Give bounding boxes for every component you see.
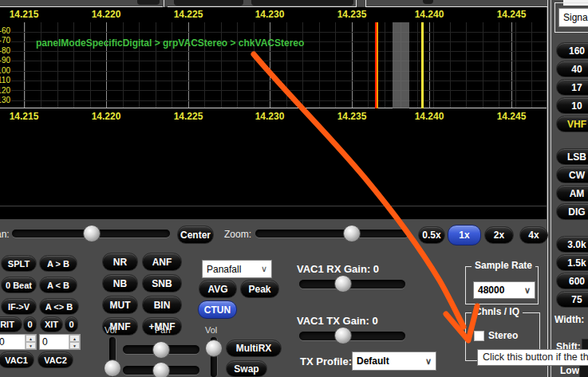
panel-divider [551, 0, 551, 377]
center-button[interactable]: Center [177, 226, 214, 244]
stereo-checkbox[interactable] [474, 331, 484, 341]
chevron-down-icon: ∨ [425, 356, 432, 367]
mode-lsb-button[interactable]: LSB [556, 148, 588, 165]
a-to-b-button[interactable]: A > B [39, 255, 77, 272]
pan1-slider-thumb[interactable] [152, 341, 170, 359]
mode-am-button[interactable]: AM [556, 185, 588, 202]
vac1-tx-gain-slider[interactable] [299, 332, 405, 340]
zoom-4x-button[interactable]: 4x [519, 226, 548, 244]
band-10-button[interactable]: 10 [556, 97, 588, 114]
panel-fragment [174, 0, 243, 6]
grid-line [11, 61, 547, 61]
grid-line [90, 22, 91, 108]
chevron-down-icon: ∨ [524, 285, 531, 296]
tx-profile-select[interactable]: Default ∨ [352, 351, 436, 371]
mute-button[interactable]: MUT [102, 296, 138, 314]
rx-filter-passband[interactable] [393, 22, 409, 108]
a-swap-b-button[interactable]: A <> B [39, 298, 79, 315]
vac1-rx-gain-slider-thumb[interactable] [334, 275, 352, 293]
panel-fragment [137, 0, 160, 5]
sdr-console-window: 14.215 14.220 14.225 14.230 14.235 14.24… [0, 0, 588, 377]
grid-line-major [24, 22, 25, 108]
filter-3k-button[interactable]: 3.0k [556, 236, 588, 253]
zoom-2x-button[interactable]: 2x [484, 226, 514, 244]
xit-button[interactable]: XIT [40, 316, 63, 332]
rit-button[interactable]: RIT [0, 316, 22, 332]
sample-rate-select[interactable]: 48000 ∨ [473, 281, 535, 299]
filter-1k5-button[interactable]: 1.5k [556, 254, 588, 271]
divider [365, 0, 366, 7]
filter-75-button[interactable]: 75 [556, 291, 588, 308]
anf-button[interactable]: ANF [142, 253, 182, 271]
swap-button[interactable]: Swap [226, 360, 267, 377]
spinner-up-icon[interactable]: ▲ [69, 335, 80, 342]
vac1-button[interactable]: VAC1 [0, 351, 34, 368]
zoom-0.5x-button[interactable]: 0.5x [418, 226, 445, 244]
band-vhf-button[interactable]: VHF [556, 116, 588, 132]
panel-fragment [251, 0, 353, 6]
panadapter-display[interactable]: 14.215 14.220 14.225 14.230 14.235 14.24… [0, 7, 547, 219]
if-to-vfo-button[interactable]: IF->V [1, 298, 37, 315]
zoom-1x-button[interactable]: 1x [448, 225, 481, 245]
vac1-rx-gain-slider[interactable] [299, 280, 405, 289]
xit-spinner-value: 0 [40, 335, 69, 349]
vol2-slider-thumb[interactable] [205, 340, 223, 357]
display-mode-select[interactable]: Panafall ∨ [202, 260, 272, 278]
grid-line [11, 32, 547, 33]
pan2-slider-thumb[interactable] [152, 362, 170, 377]
grid-line [368, 22, 369, 108]
display-pan-slider-thumb[interactable] [83, 225, 101, 242]
pan-label: Pan [155, 325, 171, 335]
divider [164, 0, 164, 7]
grid-line [335, 22, 336, 108]
zero-beat-button[interactable]: 0 Beat [1, 277, 37, 293]
nr-button[interactable]: NR [102, 253, 138, 271]
xit-spinner[interactable]: 0 ▲▼ [39, 334, 81, 350]
db-label: -120 [0, 86, 10, 95]
bin-button[interactable]: BIN [142, 296, 182, 314]
zoom-slider-label: Zoom: [224, 229, 251, 240]
ctun-button[interactable]: CTUN [198, 300, 237, 319]
band-40-button[interactable]: 40 [556, 61, 588, 77]
chevron-down-icon: ∨ [261, 264, 267, 274]
nb-button[interactable]: NB [102, 274, 138, 293]
db-label: -100 [0, 66, 10, 75]
display-zoom-slider-thumb[interactable] [343, 225, 361, 242]
grid-line [302, 22, 303, 108]
grid-line [11, 51, 547, 52]
rit-spinner[interactable]: 0 ▲▼ [0, 334, 37, 350]
db-label: -130 [0, 96, 10, 104]
freq-label: 14.225 [164, 9, 212, 20]
b-to-a-button[interactable]: A < B [39, 277, 77, 293]
freq-label: 14.235 [328, 9, 376, 20]
mode-dig-button[interactable]: DIG [556, 203, 588, 220]
filter-600-button[interactable]: 600 [556, 273, 588, 289]
vac1-tx-gain-slider-thumb[interactable] [334, 327, 352, 344]
band-17-button[interactable]: 17 [556, 79, 588, 96]
grid-line [156, 22, 156, 108]
vol1-slider-thumb[interactable] [104, 359, 121, 377]
signal-input[interactable]: Signa [558, 8, 588, 27]
spinner-down-icon[interactable]: ▼ [26, 342, 36, 349]
grid-line [319, 22, 320, 108]
grid-line [57, 22, 58, 108]
vol2-label: Vol [205, 325, 217, 335]
tx-profile-value: Default [357, 355, 389, 367]
display-zoom-slider[interactable] [255, 230, 408, 238]
spinner-down-icon[interactable]: ▼ [69, 342, 80, 349]
spinner-up-icon[interactable]: ▲ [26, 335, 36, 342]
peak-button[interactable]: Peak [240, 280, 279, 298]
vac2-button[interactable]: VAC2 [37, 351, 73, 368]
snb-button[interactable]: SNB [142, 274, 182, 293]
spectrum-baseline [0, 108, 547, 108]
avg-button[interactable]: AVG [199, 280, 237, 298]
split-button[interactable]: SPLT [1, 255, 37, 272]
mode-cw-button[interactable]: CW [556, 167, 588, 183]
band-160-button[interactable]: 160 [556, 42, 588, 59]
grid-line-major [188, 22, 189, 108]
multirx-button[interactable]: MultiRX [226, 340, 282, 357]
sample-rate-title: Sample Rate [472, 260, 535, 271]
grid-line [531, 22, 532, 108]
grid-line [221, 22, 222, 108]
grid-line [483, 22, 483, 108]
